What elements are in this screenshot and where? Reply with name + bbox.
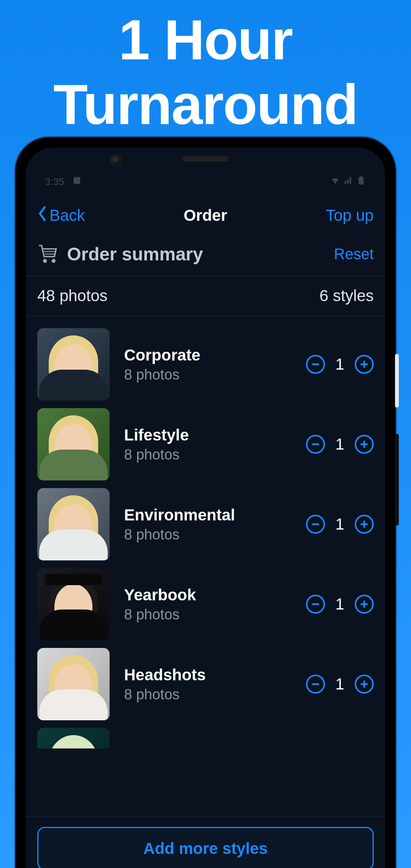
style-thumbnail[interactable] (37, 648, 110, 720)
minus-icon (311, 439, 320, 449)
quantity-stepper: 1 (306, 675, 374, 694)
decrement-button[interactable] (306, 675, 325, 694)
phone-screen: 3:35 (26, 148, 385, 868)
style-row: Lifestyle8 photos1 (26, 404, 385, 484)
minus-icon (311, 359, 320, 369)
style-info: Yearbook8 photos (124, 586, 292, 623)
style-name: Headshots (124, 666, 292, 684)
style-name: Lifestyle (124, 426, 292, 444)
increment-button[interactable] (355, 435, 374, 454)
quantity-stepper: 1 (306, 355, 374, 374)
plus-icon (359, 439, 369, 449)
back-button[interactable]: Back (37, 206, 85, 225)
decrement-button[interactable] (306, 515, 325, 534)
phone-notch (183, 156, 228, 161)
style-thumbnail[interactable] (37, 328, 110, 400)
minus-icon (311, 519, 320, 529)
status-bar: 3:35 (26, 172, 385, 191)
battery-icon (356, 176, 366, 188)
style-name: Environmental (124, 506, 292, 524)
svg-point-3 (44, 260, 46, 262)
style-thumbnail[interactable] (37, 728, 110, 748)
svg-rect-2 (360, 176, 363, 177)
cart-icon (37, 243, 58, 265)
style-row: Corporate8 photos1 (26, 324, 385, 404)
increment-button[interactable] (355, 595, 374, 614)
hero-title-line-2: Turnaround (0, 72, 411, 137)
camera-dot (110, 155, 122, 166)
quantity-stepper: 1 (306, 515, 374, 534)
style-photo-count: 8 photos (124, 367, 292, 383)
wifi-icon (330, 176, 340, 188)
plus-icon (359, 679, 369, 689)
style-info: Lifestyle8 photos (124, 426, 292, 463)
phone-volume-button (395, 434, 399, 525)
decrement-button[interactable] (306, 595, 325, 614)
style-row: Headshots8 photos1 (26, 644, 385, 724)
quantity-value: 1 (334, 355, 346, 373)
style-info: Headshots8 photos (124, 666, 292, 703)
style-info: Environmental8 photos (124, 506, 292, 543)
style-list[interactable]: Corporate8 photos1Lifestyle8 photos1Envi… (26, 316, 385, 817)
add-more-styles-button[interactable]: Add more styles (37, 827, 374, 868)
totals-bar: 48 photos 6 styles (26, 276, 385, 316)
style-photo-count: 8 photos (124, 686, 292, 703)
footer-actions: Add more styles Create first model (26, 817, 385, 868)
chevron-left-icon (37, 206, 47, 225)
summary-title: Order summary (67, 244, 203, 265)
style-row: Yearbook8 photos1 (26, 564, 385, 644)
plus-icon (359, 599, 369, 609)
total-photos: 48 photos (37, 287, 108, 305)
style-photo-count: 8 photos (124, 606, 292, 623)
status-time: 3:35 (45, 176, 64, 188)
back-label: Back (49, 206, 85, 225)
increment-button[interactable] (355, 675, 374, 694)
page-title: Order (183, 206, 227, 225)
quantity-stepper: 1 (306, 435, 374, 454)
plus-icon (359, 519, 369, 529)
increment-button[interactable] (355, 355, 374, 374)
minus-icon (311, 599, 320, 609)
svg-point-4 (52, 260, 55, 262)
reset-button[interactable]: Reset (334, 246, 374, 263)
style-thumbnail[interactable] (37, 408, 110, 480)
increment-button[interactable] (355, 515, 374, 534)
quantity-stepper: 1 (306, 595, 374, 614)
status-app-icon (72, 176, 82, 188)
style-row: Environmental8 photos1 (26, 484, 385, 564)
phone-speaker (183, 156, 228, 161)
svg-rect-0 (73, 177, 80, 183)
phone-frame: 3:35 (15, 137, 396, 868)
style-thumbnail[interactable] (37, 488, 110, 560)
style-thumbnail[interactable] (37, 568, 110, 640)
style-photo-count: 8 photos (124, 527, 292, 543)
nav-bar: Back Order Top up (26, 197, 385, 234)
minus-icon (311, 679, 320, 689)
style-info: Corporate8 photos (124, 346, 292, 383)
topup-button[interactable]: Top up (326, 206, 374, 225)
total-styles: 6 styles (320, 287, 374, 305)
quantity-value: 1 (334, 675, 346, 693)
decrement-button[interactable] (306, 435, 325, 454)
hero-title-line-1: 1 Hour (0, 8, 411, 72)
quantity-value: 1 (334, 435, 346, 453)
quantity-value: 1 (334, 595, 346, 613)
phone-power-button (395, 354, 399, 407)
summary-bar: Order summary Reset (26, 234, 385, 276)
style-row (26, 724, 385, 748)
svg-rect-1 (359, 177, 364, 185)
plus-icon (359, 359, 369, 369)
quantity-value: 1 (334, 515, 346, 533)
decrement-button[interactable] (306, 355, 325, 374)
style-name: Yearbook (124, 586, 292, 604)
signal-icon (343, 176, 353, 188)
style-name: Corporate (124, 346, 292, 364)
hero-title: 1 Hour Turnaround (0, 0, 411, 137)
style-photo-count: 8 photos (124, 447, 292, 463)
